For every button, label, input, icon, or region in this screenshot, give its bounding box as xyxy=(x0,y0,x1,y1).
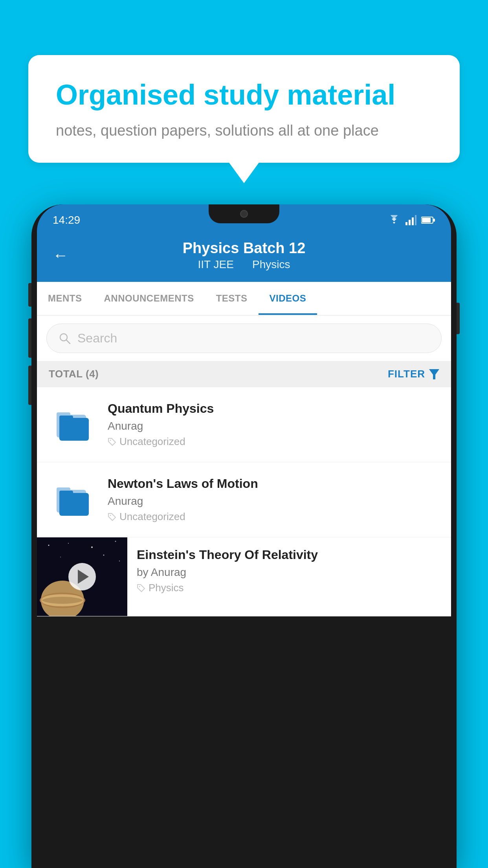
list-item[interactable]: Quantum Physics Anurag Uncategorized xyxy=(37,387,451,462)
svg-point-25 xyxy=(60,557,61,557)
search-bar[interactable]: Search xyxy=(46,324,442,353)
volume-up-button xyxy=(28,318,31,358)
folder-thumb-2 xyxy=(49,478,96,521)
tab-tests[interactable]: TESTS xyxy=(205,282,259,315)
svg-point-22 xyxy=(68,543,69,544)
status-icons xyxy=(387,215,435,225)
video-title-1: Quantum Physics xyxy=(108,401,439,416)
svg-rect-17 xyxy=(59,493,89,516)
tag-icon xyxy=(137,584,145,592)
signal-icon xyxy=(405,215,416,225)
phone-notch xyxy=(209,204,279,223)
video-list: Quantum Physics Anurag Uncategorized xyxy=(37,387,451,616)
list-item[interactable]: Einstein's Theory Of Relativity by Anura… xyxy=(37,537,451,616)
tab-videos[interactable]: VIDEOS xyxy=(259,282,317,315)
speech-bubble-heading: Organised study material xyxy=(56,79,432,111)
wifi-icon xyxy=(387,215,401,225)
svg-point-26 xyxy=(103,555,105,556)
search-placeholder: Search xyxy=(77,331,117,346)
video-info-3: Einstein's Theory Of Relativity by Anura… xyxy=(127,537,451,604)
folder-thumb-1 xyxy=(49,403,96,446)
status-time: 14:29 xyxy=(53,214,80,226)
svg-line-8 xyxy=(66,340,70,344)
video-info-2: Newton's Laws of Motion Anurag Uncategor… xyxy=(108,476,439,523)
filter-label: FILTER xyxy=(388,368,425,380)
volume-down-button xyxy=(28,366,31,405)
search-bar-container: Search xyxy=(37,316,451,361)
filter-button[interactable]: FILTER xyxy=(388,368,439,380)
video-tag-2: Uncategorized xyxy=(108,511,439,523)
tab-ments[interactable]: MENTS xyxy=(37,282,93,315)
svg-rect-2 xyxy=(412,217,414,225)
svg-point-23 xyxy=(91,546,93,548)
tag-icon xyxy=(108,513,116,521)
video-tag-3: Physics xyxy=(137,582,442,594)
video-author-2: Anurag xyxy=(108,495,439,508)
svg-rect-5 xyxy=(422,218,431,223)
svg-point-24 xyxy=(115,541,116,542)
phone-screen: 14:29 xyxy=(37,204,451,868)
tabs-bar: MENTS ANNOUNCEMENTS TESTS VIDEOS xyxy=(37,282,451,316)
speech-bubble-container: Organised study material notes, question… xyxy=(28,55,460,163)
speech-bubble: Organised study material notes, question… xyxy=(28,55,460,163)
svg-point-14 xyxy=(110,440,111,441)
power-button xyxy=(457,303,460,334)
front-camera xyxy=(240,210,248,218)
video-title-2: Newton's Laws of Motion xyxy=(108,476,439,491)
filter-bar: TOTAL (4) FILTER xyxy=(37,361,451,387)
speech-bubble-subtext: notes, question papers, solutions all at… xyxy=(56,122,432,139)
svg-rect-1 xyxy=(409,220,411,225)
svg-rect-0 xyxy=(405,222,407,225)
svg-rect-18 xyxy=(59,491,73,496)
folder-icon xyxy=(55,407,90,442)
svg-marker-9 xyxy=(429,369,439,379)
video-tag-1: Uncategorized xyxy=(108,436,439,448)
video-info-1: Quantum Physics Anurag Uncategorized xyxy=(108,401,439,448)
battery-icon xyxy=(421,216,435,224)
back-button[interactable]: ← xyxy=(53,246,68,264)
phone-frame: 14:29 xyxy=(31,204,457,868)
svg-rect-3 xyxy=(415,215,416,225)
header-title-group: Physics Batch 12 IIT JEE Physics xyxy=(80,240,408,271)
video-author-1: Anurag xyxy=(108,420,439,432)
svg-rect-12 xyxy=(59,418,89,441)
header-title: Physics Batch 12 xyxy=(80,240,408,257)
app-header: ← Physics Batch 12 IIT JEE Physics xyxy=(37,232,451,282)
video-thumbnail-3 xyxy=(37,537,127,616)
svg-rect-13 xyxy=(59,416,73,421)
video-title-3: Einstein's Theory Of Relativity xyxy=(137,548,442,562)
total-count: TOTAL (4) xyxy=(49,368,99,380)
mute-button xyxy=(28,283,31,307)
header-subtitle: IIT JEE Physics xyxy=(80,258,408,271)
list-item[interactable]: Newton's Laws of Motion Anurag Uncategor… xyxy=(37,462,451,537)
subtitle-iit: IIT JEE xyxy=(198,258,234,270)
play-button[interactable] xyxy=(68,563,96,590)
svg-point-27 xyxy=(119,561,120,561)
subtitle-physics: Physics xyxy=(252,258,290,270)
search-icon xyxy=(59,332,71,345)
filter-icon xyxy=(429,369,439,379)
tag-icon xyxy=(108,438,116,446)
video-author-3: by Anurag xyxy=(137,566,442,579)
svg-rect-6 xyxy=(433,219,435,222)
svg-point-31 xyxy=(139,586,140,587)
play-triangle-icon xyxy=(78,570,89,584)
svg-point-19 xyxy=(110,515,111,516)
tab-announcements[interactable]: ANNOUNCEMENTS xyxy=(93,282,205,315)
folder-icon xyxy=(55,482,90,517)
svg-point-21 xyxy=(48,545,50,546)
